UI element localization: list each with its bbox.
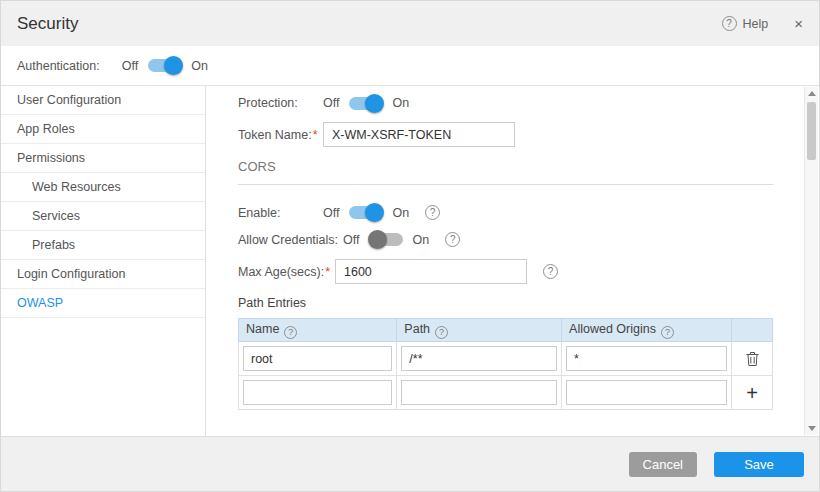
delete-row-button[interactable] xyxy=(741,348,763,370)
path-entries-table: Name? Path? Allowed Origins? xyxy=(238,318,773,410)
help-label: Help xyxy=(743,17,769,31)
toggle-knob xyxy=(368,230,387,249)
sidebar-item-services[interactable]: Services xyxy=(1,202,205,231)
dialog-footer: Cancel Save xyxy=(1,436,819,491)
cors-section-title: CORS xyxy=(238,159,773,174)
column-header-name: Name? xyxy=(239,319,397,342)
path-help-icon[interactable]: ? xyxy=(435,326,448,339)
path-entry-origins-input[interactable] xyxy=(566,346,727,371)
toggle-knob xyxy=(365,94,384,113)
allow-credentials-on-label: On xyxy=(413,233,430,247)
section-divider xyxy=(238,184,773,185)
scroll-down-icon[interactable] xyxy=(805,422,818,435)
protection-on-label: On xyxy=(392,96,409,110)
trash-icon xyxy=(746,351,759,366)
max-age-input[interactable] xyxy=(335,259,527,284)
table-row: + xyxy=(239,376,773,410)
sidebar-item-app-roles[interactable]: App Roles xyxy=(1,115,205,144)
authentication-bar: Authentication: Off On xyxy=(1,46,819,86)
column-header-path: Path? xyxy=(397,319,562,342)
path-entry-name-input[interactable] xyxy=(243,346,392,371)
toggle-knob xyxy=(164,56,183,75)
sidebar-item-user-configuration[interactable]: User Configuration xyxy=(1,86,205,115)
allow-credentials-label: Allow Credentials: xyxy=(238,233,338,247)
sidebar-item-login-configuration[interactable]: Login Configuration xyxy=(1,260,205,289)
path-entry-origins-input[interactable] xyxy=(566,380,727,405)
required-asterisk: * xyxy=(325,265,330,279)
owasp-panel: Protection: Off On Token Name:* CORS Ena… xyxy=(206,86,819,436)
authentication-off-label: Off xyxy=(122,59,138,73)
column-header-allowed-origins: Allowed Origins? xyxy=(562,319,732,342)
column-header-actions xyxy=(732,319,773,342)
protection-off-label: Off xyxy=(323,96,339,110)
allowed-origins-help-icon[interactable]: ? xyxy=(661,326,674,339)
allow-credentials-help-icon[interactable]: ? xyxy=(445,232,460,247)
name-help-icon[interactable]: ? xyxy=(284,326,297,339)
vertical-scrollbar[interactable] xyxy=(804,87,818,435)
add-row-button[interactable]: + xyxy=(741,382,763,404)
table-row xyxy=(239,342,773,376)
main-area: User Configuration App Roles Permissions… xyxy=(1,86,819,436)
security-dialog: Security ? Help × Authentication: Off On… xyxy=(0,0,820,492)
sidebar-item-permissions[interactable]: Permissions xyxy=(1,144,205,173)
max-age-help-icon[interactable]: ? xyxy=(543,264,558,279)
dialog-header: Security ? Help × xyxy=(1,1,819,46)
enable-off-label: Off xyxy=(323,206,339,220)
save-button[interactable]: Save xyxy=(714,452,804,477)
authentication-label: Authentication: xyxy=(17,59,100,73)
cors-enable-toggle[interactable] xyxy=(349,206,382,219)
cors-enable-row: Enable: Off On ? xyxy=(238,205,773,220)
cancel-button[interactable]: Cancel xyxy=(629,452,697,477)
path-entry-name-input[interactable] xyxy=(243,380,392,405)
token-name-input[interactable] xyxy=(323,122,515,147)
authentication-toggle[interactable] xyxy=(148,59,181,72)
scroll-up-icon[interactable] xyxy=(805,87,818,100)
allow-credentials-toggle[interactable] xyxy=(370,233,403,246)
help-icon: ? xyxy=(722,16,737,31)
close-icon[interactable]: × xyxy=(794,15,803,32)
toggle-knob xyxy=(365,203,384,222)
protection-row: Protection: Off On xyxy=(238,96,773,110)
max-age-label: Max Age(secs):* xyxy=(238,265,330,279)
scrollbar-thumb[interactable] xyxy=(807,102,816,160)
table-header-row: Name? Path? Allowed Origins? xyxy=(239,319,773,342)
authentication-on-label: On xyxy=(191,59,208,73)
path-entry-path-input[interactable] xyxy=(401,380,557,405)
sidebar: User Configuration App Roles Permissions… xyxy=(1,86,206,436)
page-title: Security xyxy=(17,14,78,34)
enable-on-label: On xyxy=(392,206,409,220)
path-entry-path-input[interactable] xyxy=(401,346,557,371)
path-entries-title: Path Entries xyxy=(238,296,773,310)
protection-label: Protection: xyxy=(238,96,318,110)
sidebar-item-prefabs[interactable]: Prefabs xyxy=(1,231,205,260)
sidebar-item-owasp[interactable]: OWASP xyxy=(1,289,205,318)
cors-enable-label: Enable: xyxy=(238,206,318,220)
protection-toggle[interactable] xyxy=(349,97,382,110)
sidebar-item-web-resources[interactable]: Web Resources xyxy=(1,173,205,202)
max-age-row: Max Age(secs):* ? xyxy=(238,259,773,284)
required-asterisk: * xyxy=(313,128,318,142)
allow-credentials-off-label: Off xyxy=(343,233,359,247)
token-name-row: Token Name:* xyxy=(238,122,773,147)
allow-credentials-row: Allow Credentials: Off On ? xyxy=(238,232,773,247)
help-button[interactable]: ? Help xyxy=(722,16,769,31)
enable-help-icon[interactable]: ? xyxy=(425,205,440,220)
token-name-label: Token Name:* xyxy=(238,128,318,142)
